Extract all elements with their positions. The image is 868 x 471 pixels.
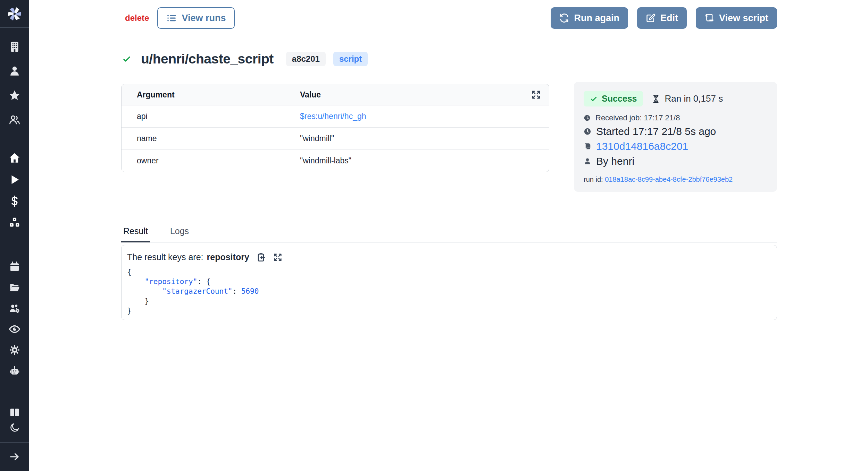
hourglass-icon	[651, 94, 660, 103]
sidebar-item-folders[interactable]	[0, 277, 29, 298]
boxes-icon	[9, 217, 20, 229]
sidebar-item-audit-logs[interactable]	[0, 319, 29, 340]
eye-icon	[9, 323, 20, 335]
sidebar-item-settings[interactable]	[0, 340, 29, 360]
users-icon	[9, 114, 20, 126]
maximize-icon	[531, 89, 541, 100]
sidebar-item-runs[interactable]	[0, 169, 29, 190]
sidebar-footer-group	[0, 405, 29, 435]
users-cog-icon	[9, 303, 20, 314]
sidebar-tools-group	[0, 256, 29, 381]
table-expand-button[interactable]	[531, 89, 541, 100]
run-by-line: By henri	[584, 155, 767, 167]
list-icon	[166, 13, 177, 23]
title-row: u/henri/chaste_script a8c201 script	[122, 51, 368, 67]
sidebar-item-resources[interactable]	[0, 212, 29, 233]
building-icon	[9, 41, 20, 53]
sidebar-item-favorites[interactable]	[0, 83, 29, 108]
expand-result-button[interactable]	[273, 252, 283, 262]
sidebar-item-docs[interactable]	[0, 405, 29, 420]
run-again-label: Run again	[574, 13, 619, 24]
clock-icon	[584, 128, 591, 135]
result-json-code: { "repository": { "stargazerCount": 5690…	[127, 267, 771, 316]
received-job-label: Received job: 17:17 21/8	[595, 113, 680, 122]
copy-result-button[interactable]	[256, 252, 266, 262]
delete-button[interactable]: delete	[125, 13, 149, 23]
arguments-table: Argument Value api $res:u/henri/hc_gh na…	[121, 84, 549, 172]
code-line: { "repository": { "stargazerCount": 5690…	[127, 268, 259, 315]
job-id-link[interactable]: 1310d14816a8c201	[596, 140, 688, 152]
page-title: u/henri/chaste_script	[141, 51, 274, 67]
sidebar-divider	[0, 139, 29, 139]
run-by-label: By henri	[596, 155, 634, 167]
arrow-right-icon	[9, 451, 20, 462]
table-row: api $res:u/henri/hc_gh	[122, 105, 549, 127]
clipboard-copy-icon	[256, 252, 266, 262]
library-icon	[9, 407, 20, 418]
maximize-icon	[273, 252, 283, 262]
column-value: Value	[300, 90, 521, 100]
user-icon	[9, 65, 20, 77]
version-badge: a8c201	[286, 52, 326, 66]
arg-name: owner	[137, 156, 300, 165]
play-icon	[9, 174, 20, 186]
result-keys-prefix: The result keys are:	[127, 252, 203, 262]
sidebar-item-schedules[interactable]	[0, 256, 29, 277]
tab-result[interactable]: Result	[121, 224, 150, 242]
run-status-row: Success Ran in 0,157 s	[584, 91, 767, 106]
result-keys-line: The result keys are: repository	[127, 252, 771, 262]
arg-value: "windmill-labs"	[300, 156, 521, 165]
clock-icon	[584, 114, 591, 121]
sidebar-item-workspace[interactable]	[0, 35, 29, 59]
sidebar-item-dark-mode[interactable]	[0, 420, 29, 435]
run-id-line: run id: 018a18ac-8c99-abe4-8cfe-2bbf76e9…	[584, 175, 767, 183]
sidebar-item-user[interactable]	[0, 59, 29, 83]
job-id-line: 1310d14816a8c201	[584, 140, 767, 152]
sidebar-collapse-section	[0, 442, 29, 471]
arg-name: api	[137, 112, 300, 121]
sidebar-expand-button[interactable]	[0, 443, 29, 471]
sidebar-item-workers[interactable]	[0, 298, 29, 319]
view-script-button[interactable]: View script	[696, 7, 777, 29]
settings-icon	[9, 344, 20, 356]
edit-icon	[646, 13, 656, 23]
topbar: delete View runs Run again	[125, 7, 777, 29]
script-type-badge: script	[333, 52, 368, 66]
result-panel: The result keys are: repository { "repos	[121, 245, 777, 320]
run-duration-label: Ran in 0,157 s	[665, 93, 723, 104]
sidebar-item-groups[interactable]	[0, 108, 29, 132]
success-check-icon	[122, 54, 131, 63]
sidebar-item-variables[interactable]	[0, 190, 29, 212]
view-script-label: View script	[719, 13, 768, 24]
bot-icon	[9, 365, 20, 376]
folder-open-icon	[9, 282, 20, 293]
moon-icon	[9, 422, 20, 433]
view-runs-button[interactable]: View runs	[157, 7, 235, 29]
started-label: Started 17:17 21/8 5s ago	[596, 126, 716, 137]
scroll-icon	[584, 143, 591, 150]
run-again-button[interactable]: Run again	[551, 7, 628, 29]
calendar-icon	[9, 261, 20, 272]
run-info-card: Success Ran in 0,157 s Received job	[574, 82, 777, 192]
page: delete View runs Run again	[0, 0, 868, 471]
arg-value: "windmill"	[300, 134, 521, 143]
check-icon	[590, 95, 598, 103]
run-id-link[interactable]: 018a18ac-8c99-abe4-8cfe-2bbf76e93eb2	[605, 175, 733, 183]
result-tabs: Result Logs	[121, 224, 777, 242]
status-badge: Success	[584, 91, 643, 106]
sidebar-item-ai[interactable]	[0, 360, 29, 381]
tab-logs[interactable]: Logs	[168, 224, 191, 242]
sidebar-item-home[interactable]	[0, 147, 29, 169]
windmill-logo-icon	[7, 6, 23, 22]
run-duration: Ran in 0,157 s	[651, 93, 723, 104]
run-id-label: run id:	[584, 175, 603, 183]
edit-button[interactable]: Edit	[637, 7, 687, 29]
started-line: Started 17:17 21/8 5s ago	[584, 126, 767, 137]
star-icon	[9, 89, 20, 101]
status-label: Success	[602, 94, 637, 104]
arg-value-link[interactable]: $res:u/henri/hc_gh	[300, 112, 521, 121]
sidebar-logo[interactable]	[0, 0, 29, 28]
table-row: owner "windmill-labs"	[122, 149, 549, 172]
sidebar-workspace-group	[0, 35, 29, 132]
view-runs-label: View runs	[182, 13, 226, 24]
